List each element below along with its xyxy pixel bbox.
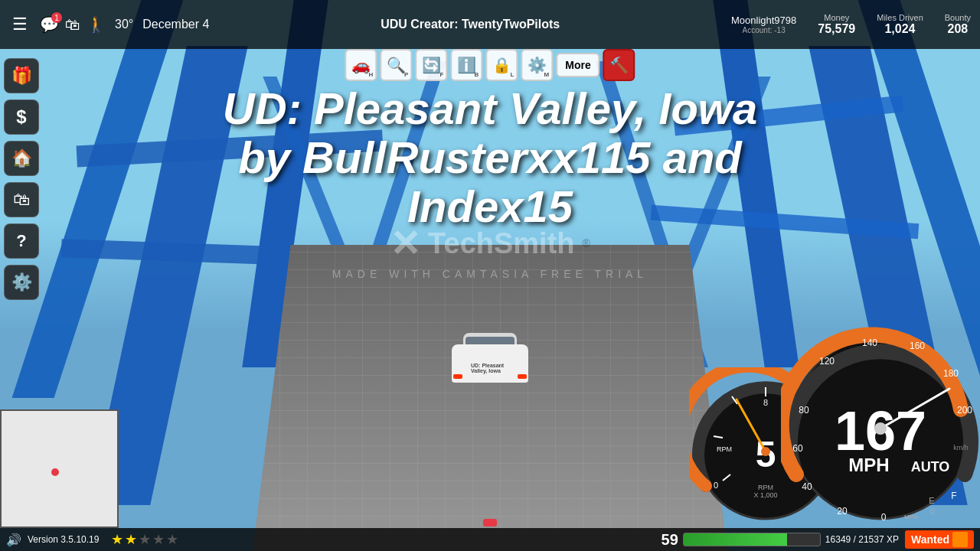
xp-bar-fill: [684, 533, 787, 546]
person-icon: 🚶: [87, 16, 106, 33]
sidebar-settings[interactable]: ⚙️: [4, 265, 39, 300]
bottom-bar: 🔊 Version 3.5.10.19 ★ ★ ★ ★ ★ 59 16349 /…: [0, 528, 980, 551]
sidebar-help[interactable]: ?: [4, 223, 39, 259]
star-2: ★: [125, 531, 137, 548]
version-text: Version 3.5.10.19: [28, 534, 99, 545]
toolbar: 🚗 H 🔍 P 🔄 F ℹ️ B 🔒 L ⚙️ M More 🔨: [345, 49, 635, 81]
server-info: UDU Creator: TwentyTwoPilots: [218, 18, 722, 31]
watermark-x-icon: ✕: [390, 222, 420, 265]
svg-text:60: 60: [792, 443, 803, 454]
svg-text:km/h: km/h: [953, 444, 969, 452]
star-4: ★: [152, 531, 165, 548]
chat-icon-item[interactable]: 💬 1: [40, 15, 59, 34]
player-car: UD: Pleasant Valley, Iowa: [444, 329, 536, 383]
sidebar-shop[interactable]: 🛍: [4, 182, 39, 217]
road-marker: [483, 519, 497, 527]
tool-special[interactable]: 🔨: [603, 49, 635, 81]
svg-text:0: 0: [714, 481, 718, 490]
watermark-reg: ®: [583, 237, 590, 249]
svg-text:AUTO: AUTO: [911, 459, 950, 474]
money-label: Money: [824, 13, 849, 22]
svg-text:80: 80: [799, 405, 809, 416]
bag-icon: 🛍: [65, 16, 80, 33]
tool-refresh[interactable]: 🔄 F: [415, 49, 447, 81]
svg-text:160: 160: [910, 341, 925, 351]
mini-map[interactable]: [0, 409, 119, 528]
refresh-icon: 🔄: [422, 56, 441, 74]
svg-point-18: [761, 447, 770, 456]
speed-gauge: 120 140 160 180 200 80 60 40 20 0 0 MPH …: [781, 321, 980, 520]
menu-button[interactable]: ☰: [9, 11, 31, 37]
account-info: Moonlight9798 Account: -13: [731, 15, 796, 34]
svg-text:RPM: RPM: [758, 484, 773, 491]
road-grid: [253, 245, 727, 551]
title-line1: UD: Pleasant Valley, Iowa: [145, 84, 835, 133]
money-stat: Money 75,579: [818, 13, 855, 36]
miles-value: 1,024: [884, 22, 915, 36]
car-label: UD: Pleasant Valley, Iowa: [471, 363, 509, 373]
svg-text:MPH: MPH: [904, 514, 918, 520]
tool-headlights[interactable]: 🚗 H: [345, 49, 377, 81]
volume-icon[interactable]: 🔊: [6, 533, 21, 547]
svg-text:F: F: [951, 491, 956, 501]
watermark-brand: TechSmith: [428, 227, 574, 260]
weather-info: 30°: [115, 18, 133, 31]
sidebar-gift[interactable]: 🎁: [4, 58, 39, 93]
svg-text:MPH: MPH: [848, 455, 889, 475]
tool-gear[interactable]: ⚙️ M: [521, 49, 553, 81]
miles-label: Miles Driven: [877, 13, 923, 22]
star-5: ★: [166, 531, 178, 548]
svg-text:0: 0: [881, 512, 887, 520]
sidebar-money[interactable]: $: [4, 99, 39, 135]
xp-text: 16349 / 21537 XP: [825, 534, 899, 545]
bounty-stat: Bounty 208: [945, 13, 971, 36]
taillight-right: [518, 374, 527, 379]
player-map-dot: [51, 468, 59, 476]
watermark-subtitle: MADE WITH CAMTASIA FREE TRIAL: [332, 268, 648, 280]
headlights-icon: 🚗: [351, 56, 371, 74]
svg-text:E: E: [929, 496, 934, 505]
svg-text:40: 40: [802, 481, 812, 492]
sidebar-home[interactable]: 🏠: [4, 141, 39, 176]
search-icon: 🔍: [387, 56, 406, 74]
svg-text:0: 0: [930, 507, 935, 516]
level-number: 59: [662, 531, 678, 549]
svg-text:180: 180: [943, 368, 959, 379]
level-info: 59 16349 / 21537 XP: [662, 531, 899, 549]
wanted-label: Wanted: [911, 533, 949, 546]
xp-bar-container: [683, 533, 821, 546]
top-icons: 💬 1 🛍 🚶: [40, 15, 106, 34]
tool-lock[interactable]: 🔒 L: [485, 49, 518, 81]
svg-text:X 1,000: X 1,000: [753, 491, 777, 499]
tool-more[interactable]: More: [556, 53, 599, 77]
left-sidebar: 🎁 $ 🏠 🛍 ? ⚙️: [0, 49, 43, 300]
bounty-value: 208: [948, 22, 969, 36]
game-title: UD: Pleasant Valley, Iowa by BullRusterx…: [145, 84, 835, 230]
svg-text:8: 8: [763, 398, 768, 407]
info-icon: ℹ️: [457, 56, 476, 74]
bag-icon-item[interactable]: 🛍: [65, 16, 80, 34]
svg-text:RPM: RPM: [717, 445, 732, 453]
lock-icon: 🔒: [492, 56, 511, 74]
star-1: ★: [111, 531, 123, 548]
top-bar: ☰ 💬 1 🛍 🚶 30° December 4 UDU Creator: Tw…: [0, 0, 980, 49]
wanted-badge: Wanted: [905, 530, 974, 549]
hammer-icon: 🔨: [609, 56, 629, 74]
miles-stat: Miles Driven 1,024: [877, 13, 923, 36]
temperature: 30°: [115, 18, 133, 31]
tool-info[interactable]: ℹ️ B: [450, 49, 482, 81]
svg-text:140: 140: [862, 337, 877, 348]
bounty-label: Bounty: [945, 13, 971, 22]
svg-point-36: [874, 422, 887, 435]
speedometer: 8 6 4 2 0 RPM 5 RPM X 1,000 120 140 160 …: [689, 283, 980, 528]
car-body: UD: Pleasant Valley, Iowa: [452, 344, 528, 383]
person-icon-item[interactable]: 🚶: [87, 15, 106, 34]
watermark: ✕ TechSmith ® MADE WITH CAMTASIA FREE TR…: [332, 222, 648, 280]
tool-search[interactable]: 🔍 P: [380, 49, 412, 81]
money-value: 75,579: [818, 22, 855, 36]
date-display: December 4: [142, 18, 209, 31]
account-name: Moonlight9798: [731, 15, 796, 26]
account-sub: Account: -13: [743, 26, 786, 34]
svg-text:120: 120: [819, 356, 835, 367]
svg-text:200: 200: [957, 405, 972, 416]
